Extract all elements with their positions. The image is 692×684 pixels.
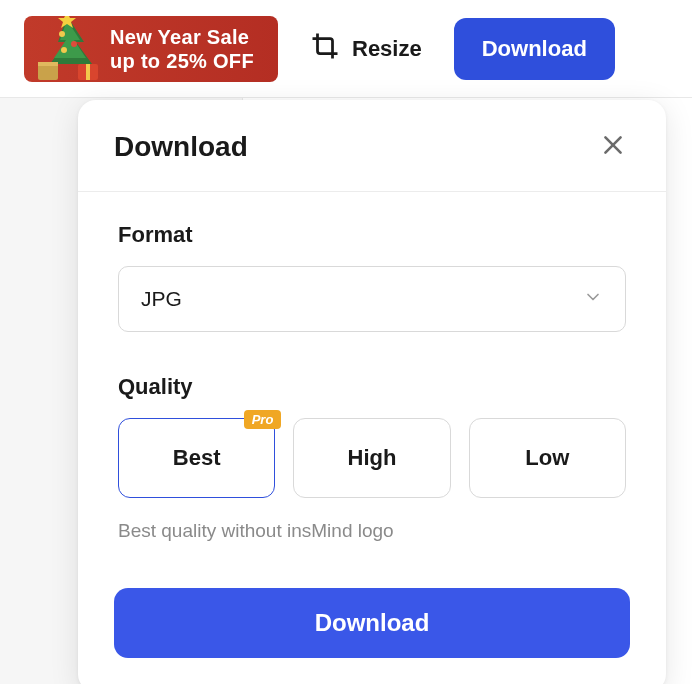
format-selected-value: JPG	[141, 287, 182, 311]
svg-rect-7	[38, 62, 58, 66]
download-button-toolbar[interactable]: Download	[454, 18, 615, 80]
crop-icon	[310, 31, 340, 67]
quality-note: Best quality without insMind logo	[118, 520, 626, 542]
svg-point-3	[71, 41, 77, 47]
svg-point-2	[59, 31, 65, 37]
svg-point-4	[61, 47, 67, 53]
dialog-header: Download	[78, 100, 666, 192]
top-toolbar: New Year Sale up to 25% OFF Resize Downl…	[0, 0, 692, 98]
promo-banner[interactable]: New Year Sale up to 25% OFF	[24, 16, 278, 82]
quality-options: Best Pro High Low	[118, 418, 626, 498]
quality-option-low[interactable]: Low	[469, 418, 626, 498]
download-button-primary[interactable]: Download	[114, 588, 630, 658]
resize-label: Resize	[352, 36, 422, 62]
close-icon	[600, 132, 626, 161]
promo-line1: New Year Sale	[110, 25, 254, 49]
promo-line2: up to 25% OFF	[110, 49, 254, 73]
chevron-down-icon	[583, 287, 603, 311]
format-label: Format	[118, 222, 626, 248]
quality-label: Quality	[118, 374, 626, 400]
format-section: Format JPG	[118, 222, 626, 332]
format-select[interactable]: JPG	[118, 266, 626, 332]
quality-option-label: High	[348, 445, 397, 471]
quality-option-label: Low	[525, 445, 569, 471]
christmas-tree-icon	[24, 16, 110, 82]
quality-option-high[interactable]: High	[293, 418, 450, 498]
quality-option-label: Best	[173, 445, 221, 471]
promo-text: New Year Sale up to 25% OFF	[110, 25, 254, 73]
dialog-body: Format JPG Quality Best Pro High	[78, 192, 666, 542]
pro-badge: Pro	[244, 410, 282, 429]
download-dialog: Download Format JPG Quali	[78, 100, 666, 684]
quality-option-best[interactable]: Best Pro	[118, 418, 275, 498]
close-button[interactable]	[596, 128, 630, 165]
svg-rect-9	[86, 64, 90, 80]
resize-button[interactable]: Resize	[304, 23, 428, 75]
quality-section: Quality Best Pro High Low Best quality w…	[118, 374, 626, 542]
dialog-title: Download	[114, 131, 248, 163]
